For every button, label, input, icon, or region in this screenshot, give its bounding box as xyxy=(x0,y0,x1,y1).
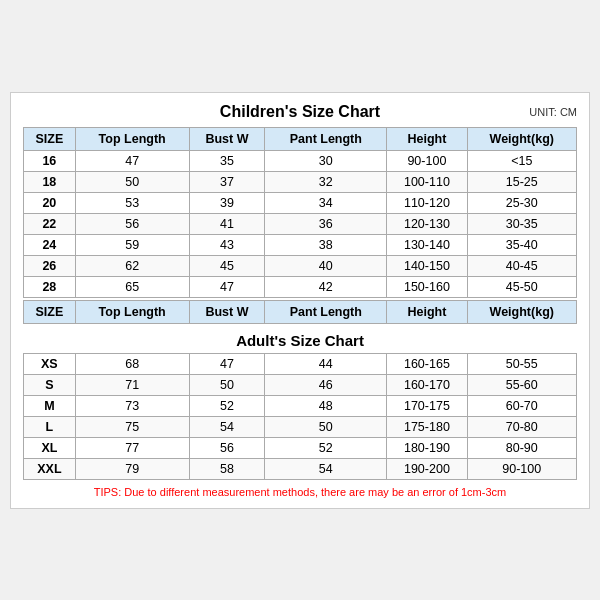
size-col: XL xyxy=(24,437,76,458)
size-col: 28 xyxy=(24,276,76,297)
data-cell: 65 xyxy=(75,276,189,297)
data-cell: 56 xyxy=(75,213,189,234)
data-cell: 160-170 xyxy=(387,374,467,395)
table-row: 26624540140-15040-45 xyxy=(24,255,577,276)
adults-header-row: SIZE Top Length Bust W Pant Length Heigh… xyxy=(24,300,577,323)
data-cell: 34 xyxy=(265,192,387,213)
table-row: 22564136120-13030-35 xyxy=(24,213,577,234)
size-col: 24 xyxy=(24,234,76,255)
size-col: L xyxy=(24,416,76,437)
size-col: XXL xyxy=(24,458,76,479)
data-cell: 52 xyxy=(265,437,387,458)
data-cell: 50 xyxy=(75,171,189,192)
table-row: S715046160-17055-60 xyxy=(24,374,577,395)
data-cell: 100-110 xyxy=(387,171,467,192)
size-col: 26 xyxy=(24,255,76,276)
data-cell: 40 xyxy=(265,255,387,276)
children-header-row: SIZE Top Length Bust W Pant Length Heigh… xyxy=(24,127,577,150)
data-cell: 75 xyxy=(75,416,189,437)
adults-header-weight: Weight(kg) xyxy=(467,300,576,323)
data-cell: 80-90 xyxy=(467,437,576,458)
data-cell: 43 xyxy=(189,234,265,255)
data-cell: 45-50 xyxy=(467,276,576,297)
adults-header-pant-length: Pant Length xyxy=(265,300,387,323)
data-cell: 160-165 xyxy=(387,353,467,374)
children-header-top-length: Top Length xyxy=(75,127,189,150)
data-cell: 37 xyxy=(189,171,265,192)
data-cell: 36 xyxy=(265,213,387,234)
data-cell: 55-60 xyxy=(467,374,576,395)
data-cell: 47 xyxy=(75,150,189,171)
data-cell: 56 xyxy=(189,437,265,458)
size-chart-container: Children's Size Chart UNIT: CM SIZE Top … xyxy=(10,92,590,509)
data-cell: 32 xyxy=(265,171,387,192)
data-cell: 45 xyxy=(189,255,265,276)
data-cell: 110-120 xyxy=(387,192,467,213)
data-cell: 54 xyxy=(265,458,387,479)
data-cell: 40-45 xyxy=(467,255,576,276)
children-header-size: SIZE xyxy=(24,127,76,150)
data-cell: 175-180 xyxy=(387,416,467,437)
data-cell: 68 xyxy=(75,353,189,374)
data-cell: 41 xyxy=(189,213,265,234)
data-cell: 90-100 xyxy=(467,458,576,479)
data-cell: 71 xyxy=(75,374,189,395)
data-cell: 35 xyxy=(189,150,265,171)
data-cell: 120-130 xyxy=(387,213,467,234)
data-cell: 53 xyxy=(75,192,189,213)
adults-header-height: Height xyxy=(387,300,467,323)
table-row: XL775652180-19080-90 xyxy=(24,437,577,458)
data-cell: 77 xyxy=(75,437,189,458)
data-cell: 58 xyxy=(189,458,265,479)
size-col: M xyxy=(24,395,76,416)
children-size-table: SIZE Top Length Bust W Pant Length Heigh… xyxy=(23,127,577,298)
table-row: 1647353090-100<15 xyxy=(24,150,577,171)
unit-label: UNIT: CM xyxy=(529,106,577,118)
table-row: M735248170-17560-70 xyxy=(24,395,577,416)
data-cell: 48 xyxy=(265,395,387,416)
data-cell: 140-150 xyxy=(387,255,467,276)
data-cell: 25-30 xyxy=(467,192,576,213)
data-cell: 50 xyxy=(265,416,387,437)
data-cell: 35-40 xyxy=(467,234,576,255)
data-cell: 30 xyxy=(265,150,387,171)
data-cell: 38 xyxy=(265,234,387,255)
data-cell: 90-100 xyxy=(387,150,467,171)
adults-header-top-length: Top Length xyxy=(75,300,189,323)
adults-header-bust: Bust W xyxy=(189,300,265,323)
table-row: L755450175-18070-80 xyxy=(24,416,577,437)
children-chart-title: Children's Size Chart xyxy=(220,103,380,121)
data-cell: 39 xyxy=(189,192,265,213)
children-header-weight: Weight(kg) xyxy=(467,127,576,150)
data-cell: 47 xyxy=(189,353,265,374)
data-cell: 15-25 xyxy=(467,171,576,192)
data-cell: 150-160 xyxy=(387,276,467,297)
table-row: XXL795854190-20090-100 xyxy=(24,458,577,479)
data-cell: 54 xyxy=(189,416,265,437)
data-cell: 42 xyxy=(265,276,387,297)
data-cell: 30-35 xyxy=(467,213,576,234)
data-cell: 190-200 xyxy=(387,458,467,479)
adults-title-row: Adult's Size Chart xyxy=(24,323,577,353)
data-cell: 59 xyxy=(75,234,189,255)
data-cell: 130-140 xyxy=(387,234,467,255)
data-cell: 79 xyxy=(75,458,189,479)
table-row: XS684744160-16550-55 xyxy=(24,353,577,374)
adults-size-table: Adult's Size Chart SIZE Top Length Bust … xyxy=(23,300,577,480)
data-cell: 50-55 xyxy=(467,353,576,374)
size-col: XS xyxy=(24,353,76,374)
size-col: S xyxy=(24,374,76,395)
children-header-bust: Bust W xyxy=(189,127,265,150)
data-cell: 70-80 xyxy=(467,416,576,437)
data-cell: 46 xyxy=(265,374,387,395)
data-cell: 50 xyxy=(189,374,265,395)
size-col: 16 xyxy=(24,150,76,171)
size-col: 22 xyxy=(24,213,76,234)
table-row: 24594338130-14035-40 xyxy=(24,234,577,255)
adults-header-size: SIZE xyxy=(24,300,76,323)
data-cell: 180-190 xyxy=(387,437,467,458)
tips-text: TIPS: Due to different measurement metho… xyxy=(23,486,577,498)
size-col: 18 xyxy=(24,171,76,192)
table-row: 18503732100-11015-25 xyxy=(24,171,577,192)
size-col: 20 xyxy=(24,192,76,213)
